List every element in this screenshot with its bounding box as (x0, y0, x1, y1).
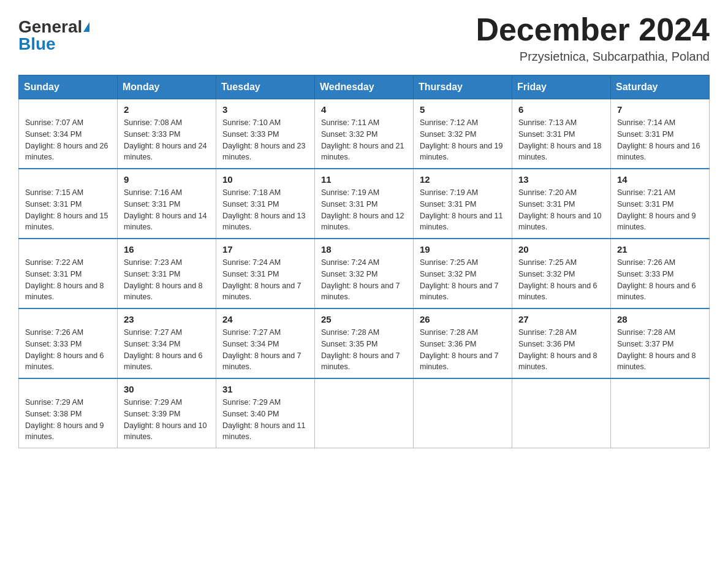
day-number: 9 (124, 174, 210, 185)
day-number: 2 (124, 104, 210, 115)
day-number: 5 (420, 104, 506, 115)
day-info: Sunrise: 7:29 AMSunset: 3:38 PMDaylight:… (25, 398, 104, 441)
day-number: 30 (124, 384, 210, 394)
day-number: 15 (25, 244, 111, 255)
week-row-1: 1 Sunrise: 7:07 AMSunset: 3:34 PMDayligh… (19, 99, 710, 169)
day-number: 8 (25, 174, 111, 185)
day-info: Sunrise: 7:27 AMSunset: 3:34 PMDaylight:… (124, 328, 203, 371)
day-info: Sunrise: 7:27 AMSunset: 3:34 PMDaylight:… (222, 328, 301, 371)
col-sunday: Sunday (19, 75, 118, 99)
day-cell: 22 Sunrise: 7:26 AMSunset: 3:33 PMDaylig… (19, 308, 118, 378)
day-info: Sunrise: 7:15 AMSunset: 3:31 PMDaylight:… (25, 188, 108, 231)
logo-blue-text: Blue (18, 36, 56, 53)
day-info: Sunrise: 7:25 AMSunset: 3:32 PMDaylight:… (420, 258, 499, 301)
day-info: Sunrise: 7:29 AMSunset: 3:40 PMDaylight:… (222, 398, 306, 441)
day-info: Sunrise: 7:08 AMSunset: 3:33 PMDaylight:… (124, 118, 207, 161)
day-cell: 8 Sunrise: 7:15 AMSunset: 3:31 PMDayligh… (19, 169, 118, 239)
day-cell: 17 Sunrise: 7:24 AMSunset: 3:31 PMDaylig… (216, 239, 315, 308)
header-row: Sunday Monday Tuesday Wednesday Thursday… (19, 75, 710, 99)
day-cell: 10 Sunrise: 7:18 AMSunset: 3:31 PMDaylig… (216, 169, 315, 239)
week-row-5: 29 Sunrise: 7:29 AMSunset: 3:38 PMDaylig… (19, 378, 710, 448)
day-cell: 28 Sunrise: 7:28 AMSunset: 3:37 PMDaylig… (611, 308, 710, 378)
day-info: Sunrise: 7:13 AMSunset: 3:31 PMDaylight:… (518, 118, 602, 161)
day-number: 21 (617, 244, 703, 255)
day-number: 18 (321, 244, 407, 255)
day-cell: 7 Sunrise: 7:14 AMSunset: 3:31 PMDayligh… (611, 99, 710, 169)
day-number: 25 (321, 314, 407, 324)
day-cell: 25 Sunrise: 7:28 AMSunset: 3:35 PMDaylig… (315, 308, 414, 378)
col-thursday: Thursday (414, 75, 512, 99)
day-info: Sunrise: 7:14 AMSunset: 3:31 PMDaylight:… (617, 118, 700, 161)
week-row-2: 8 Sunrise: 7:15 AMSunset: 3:31 PMDayligh… (19, 169, 710, 239)
day-cell: 13 Sunrise: 7:20 AMSunset: 3:31 PMDaylig… (512, 169, 611, 239)
week-row-3: 15 Sunrise: 7:22 AMSunset: 3:31 PMDaylig… (19, 239, 710, 308)
day-cell (512, 378, 611, 448)
day-number: 23 (124, 314, 210, 324)
col-saturday: Saturday (611, 75, 710, 99)
location-subtitle: Przysietnica, Subcarpathia, Poland (476, 50, 710, 64)
day-cell (315, 378, 414, 448)
logo-triangle-icon (83, 22, 89, 32)
logo: General Blue (18, 18, 89, 53)
day-number: 16 (124, 244, 210, 255)
day-cell: 14 Sunrise: 7:21 AMSunset: 3:31 PMDaylig… (611, 169, 710, 239)
day-cell: 9 Sunrise: 7:16 AMSunset: 3:31 PMDayligh… (118, 169, 216, 239)
day-info: Sunrise: 7:22 AMSunset: 3:31 PMDaylight:… (25, 258, 104, 301)
day-number: 29 (25, 384, 111, 394)
day-info: Sunrise: 7:10 AMSunset: 3:33 PMDaylight:… (222, 118, 306, 161)
day-cell: 15 Sunrise: 7:22 AMSunset: 3:31 PMDaylig… (19, 239, 118, 308)
day-info: Sunrise: 7:18 AMSunset: 3:31 PMDaylight:… (222, 188, 306, 231)
day-info: Sunrise: 7:21 AMSunset: 3:31 PMDaylight:… (617, 188, 696, 231)
day-cell: 4 Sunrise: 7:11 AMSunset: 3:32 PMDayligh… (315, 99, 414, 169)
day-cell: 23 Sunrise: 7:27 AMSunset: 3:34 PMDaylig… (118, 308, 216, 378)
day-number: 19 (420, 244, 506, 255)
day-number: 13 (518, 174, 604, 185)
day-cell: 11 Sunrise: 7:19 AMSunset: 3:31 PMDaylig… (315, 169, 414, 239)
day-cell: 16 Sunrise: 7:23 AMSunset: 3:31 PMDaylig… (118, 239, 216, 308)
day-info: Sunrise: 7:20 AMSunset: 3:31 PMDaylight:… (518, 188, 602, 231)
logo-general-text: General (18, 18, 82, 36)
day-cell: 5 Sunrise: 7:12 AMSunset: 3:32 PMDayligh… (414, 99, 512, 169)
day-cell: 1 Sunrise: 7:07 AMSunset: 3:34 PMDayligh… (19, 99, 118, 169)
day-cell: 21 Sunrise: 7:26 AMSunset: 3:33 PMDaylig… (611, 239, 710, 308)
day-number: 12 (420, 174, 506, 185)
day-cell: 30 Sunrise: 7:29 AMSunset: 3:39 PMDaylig… (118, 378, 216, 448)
day-cell: 3 Sunrise: 7:10 AMSunset: 3:33 PMDayligh… (216, 99, 315, 169)
day-info: Sunrise: 7:28 AMSunset: 3:36 PMDaylight:… (420, 328, 499, 371)
day-cell: 26 Sunrise: 7:28 AMSunset: 3:36 PMDaylig… (414, 308, 512, 378)
day-info: Sunrise: 7:26 AMSunset: 3:33 PMDaylight:… (617, 258, 696, 301)
day-number: 11 (321, 174, 407, 185)
day-number: 1 (25, 104, 111, 115)
day-number: 14 (617, 174, 703, 185)
day-number: 4 (321, 104, 407, 115)
day-info: Sunrise: 7:28 AMSunset: 3:37 PMDaylight:… (617, 328, 696, 371)
day-info: Sunrise: 7:19 AMSunset: 3:31 PMDaylight:… (321, 188, 404, 231)
day-cell (414, 378, 512, 448)
day-cell: 24 Sunrise: 7:27 AMSunset: 3:34 PMDaylig… (216, 308, 315, 378)
col-friday: Friday (512, 75, 611, 99)
day-cell: 12 Sunrise: 7:19 AMSunset: 3:31 PMDaylig… (414, 169, 512, 239)
header: General Blue December 2024 Przysietnica,… (18, 12, 710, 64)
day-number: 7 (617, 104, 703, 115)
day-info: Sunrise: 7:24 AMSunset: 3:31 PMDaylight:… (222, 258, 301, 301)
day-cell: 6 Sunrise: 7:13 AMSunset: 3:31 PMDayligh… (512, 99, 611, 169)
calendar-table: Sunday Monday Tuesday Wednesday Thursday… (18, 75, 710, 448)
col-wednesday: Wednesday (315, 75, 414, 99)
day-cell: 2 Sunrise: 7:08 AMSunset: 3:33 PMDayligh… (118, 99, 216, 169)
day-info: Sunrise: 7:12 AMSunset: 3:32 PMDaylight:… (420, 118, 503, 161)
day-number: 31 (222, 384, 308, 394)
day-info: Sunrise: 7:29 AMSunset: 3:39 PMDaylight:… (124, 398, 207, 441)
day-number: 17 (222, 244, 308, 255)
col-monday: Monday (118, 75, 216, 99)
week-row-4: 22 Sunrise: 7:26 AMSunset: 3:33 PMDaylig… (19, 308, 710, 378)
day-cell (611, 378, 710, 448)
month-year-title: December 2024 (476, 12, 710, 47)
day-cell: 31 Sunrise: 7:29 AMSunset: 3:40 PMDaylig… (216, 378, 315, 448)
day-info: Sunrise: 7:26 AMSunset: 3:33 PMDaylight:… (25, 328, 104, 371)
day-info: Sunrise: 7:24 AMSunset: 3:32 PMDaylight:… (321, 258, 400, 301)
day-info: Sunrise: 7:28 AMSunset: 3:36 PMDaylight:… (518, 328, 597, 371)
col-tuesday: Tuesday (216, 75, 315, 99)
day-number: 20 (518, 244, 604, 255)
day-info: Sunrise: 7:25 AMSunset: 3:32 PMDaylight:… (518, 258, 597, 301)
day-number: 3 (222, 104, 308, 115)
